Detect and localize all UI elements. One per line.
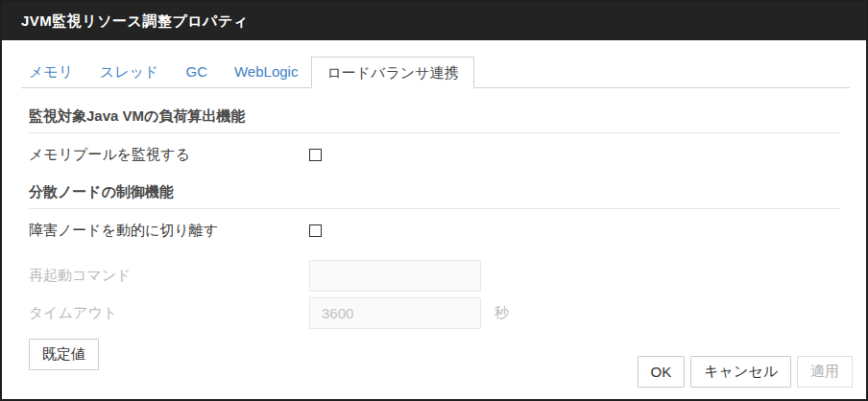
timeout-label: タイムアウト	[29, 304, 309, 322]
tab-gc[interactable]: GC	[185, 57, 207, 87]
tab-memory[interactable]: メモリ	[29, 57, 73, 87]
row-restart-command: 再起動コマンド	[29, 260, 840, 292]
monitor-memory-pool-cell	[309, 149, 840, 161]
timeout-cell: 秒	[309, 297, 840, 329]
row-monitor-memory-pool: メモリプールを監視する	[29, 146, 840, 164]
tab-load-balancer-linkage[interactable]: ロードバランサ連携	[311, 57, 473, 88]
tab-thread[interactable]: スレッド	[100, 57, 158, 87]
restart-command-cell	[309, 260, 840, 292]
detach-failure-node-cell	[309, 224, 840, 237]
cancel-button[interactable]: キャンセル	[690, 356, 791, 388]
timeout-unit-label: 秒	[494, 304, 509, 322]
detach-failure-node-label: 障害ノードを動的に切り離す	[29, 222, 309, 240]
row-detach-failure-node: 障害ノードを動的に切り離す	[29, 222, 840, 240]
detach-failure-node-checkbox[interactable]	[309, 224, 322, 237]
section-heading-load-calculation: 監視対象Java VMの負荷算出機能	[29, 107, 840, 133]
monitor-memory-pool-label: メモリプールを監視する	[29, 146, 309, 164]
tab-panel-load-balancer: 監視対象Java VMの負荷算出機能 メモリプールを監視する 分散ノードの制御機…	[2, 107, 866, 370]
dialog-footer: OK キャンセル 適用	[638, 356, 853, 388]
restart-command-input	[309, 260, 481, 292]
apply-button: 適用	[797, 356, 853, 388]
monitor-memory-pool-checkbox[interactable]	[309, 149, 322, 161]
dialog-title: JVM監視リソース調整プロパティ	[2, 2, 866, 40]
tab-weblogic[interactable]: WebLogic	[234, 57, 298, 87]
restart-command-label: 再起動コマンド	[29, 267, 309, 285]
default-value-button[interactable]: 既定値	[29, 339, 99, 370]
tab-bar: メモリ スレッド GC WebLogic ロードバランサ連携	[21, 55, 850, 88]
section-heading-node-control: 分散ノードの制御機能	[29, 183, 840, 209]
timeout-input	[309, 297, 481, 329]
row-timeout: タイムアウト 秒	[29, 297, 840, 329]
ok-button[interactable]: OK	[638, 356, 686, 388]
jvm-monitor-resource-properties-dialog: JVM監視リソース調整プロパティ メモリ スレッド GC WebLogic ロー…	[0, 0, 868, 401]
